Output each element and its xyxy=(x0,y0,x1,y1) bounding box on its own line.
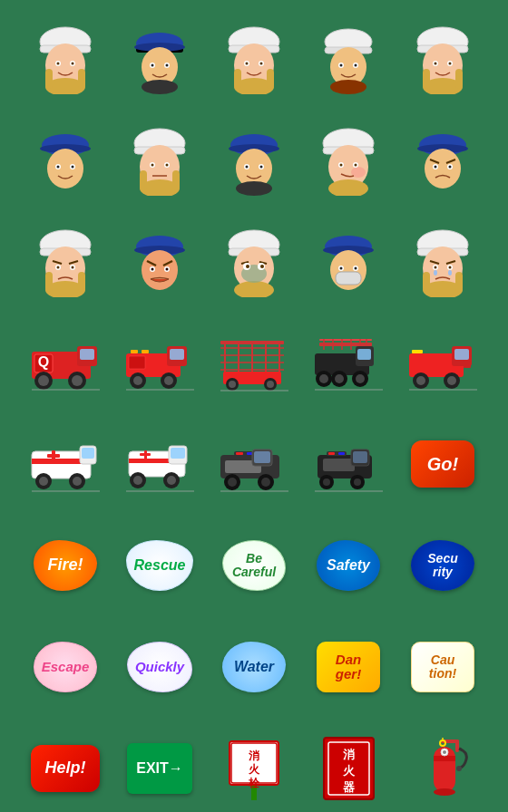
extinguisher-sign-cell[interactable]: 消 火 器 xyxy=(305,725,392,812)
fire-truck-q[interactable]: Q xyxy=(22,319,109,406)
svg-rect-172 xyxy=(319,343,372,346)
firefighter-face-7[interactable] xyxy=(116,116,203,203)
row-8-signs: Help! EXIT→ 消 火 栓 xyxy=(0,720,508,812)
ladder-truck-side[interactable] xyxy=(305,319,392,406)
firefighter-face-1[interactable] xyxy=(22,14,109,102)
svg-point-97 xyxy=(57,266,60,269)
row-6-stickers: Fire! Rescue Be Careful Safety Secu rity xyxy=(0,517,508,614)
svg-rect-59 xyxy=(172,170,180,190)
firefighter-face-4[interactable] xyxy=(305,14,392,102)
sticker-grid: Q xyxy=(0,0,508,812)
escape-sticker-cell[interactable]: Escape xyxy=(22,624,109,710)
water-badge[interactable]: Water xyxy=(222,642,286,692)
firefighter-face-8[interactable] xyxy=(210,116,298,203)
svg-point-170 xyxy=(267,381,274,388)
caution-badge[interactable]: Cau tion! xyxy=(411,642,474,692)
svg-point-152 xyxy=(133,376,142,385)
ambulance-side[interactable] xyxy=(22,420,109,508)
firefighter-face-10[interactable] xyxy=(399,116,486,203)
firefighter-face-scared[interactable] xyxy=(210,218,298,304)
quickly-badge[interactable]: Quickly xyxy=(127,642,192,692)
rescue-sticker-cell[interactable]: Rescue xyxy=(116,522,203,609)
svg-point-87 xyxy=(435,166,437,169)
row-5-ambulances: Go! xyxy=(0,415,508,513)
careful-text: Be Careful xyxy=(232,552,276,580)
help-sticker-cell[interactable]: Help! xyxy=(22,725,109,812)
svg-point-80 xyxy=(340,164,343,167)
svg-point-71 xyxy=(246,166,249,169)
svg-point-52 xyxy=(57,166,60,169)
svg-rect-41 xyxy=(423,69,430,89)
police-car-angle[interactable] xyxy=(305,420,392,508)
go-badge[interactable]: Go! xyxy=(411,440,474,488)
svg-point-113 xyxy=(246,265,249,268)
svg-point-242 xyxy=(323,478,330,486)
svg-rect-262 xyxy=(434,756,455,761)
svg-rect-24 xyxy=(267,69,274,89)
quickly-sticker-cell[interactable]: Quickly xyxy=(116,624,203,710)
safety-badge[interactable]: Safety xyxy=(317,540,380,591)
fire-engine-2[interactable] xyxy=(399,319,486,406)
svg-point-101 xyxy=(142,250,178,290)
svg-rect-216 xyxy=(144,450,147,459)
svg-rect-149 xyxy=(142,350,149,353)
firefighter-face-crying[interactable] xyxy=(399,218,486,304)
svg-rect-94 xyxy=(78,272,85,292)
svg-point-62 xyxy=(151,164,154,167)
svg-point-218 xyxy=(133,476,142,485)
svg-rect-228 xyxy=(254,451,270,463)
firefighter-face-sad-1[interactable] xyxy=(22,218,109,304)
svg-point-35 xyxy=(340,64,343,67)
careful-sticker-cell[interactable]: Be Careful xyxy=(210,522,298,609)
svg-rect-237 xyxy=(353,451,367,463)
fire-text: Fire! xyxy=(47,556,83,575)
ladder-truck-front[interactable] xyxy=(210,319,298,406)
danger-badge[interactable]: Dan ger! xyxy=(317,642,380,692)
svg-rect-239 xyxy=(328,452,335,455)
svg-rect-150 xyxy=(129,356,145,369)
firefighter-face-3[interactable] xyxy=(210,14,298,102)
firefighter-face-5[interactable] xyxy=(399,14,486,102)
water-sticker-cell[interactable]: Water xyxy=(210,624,298,710)
svg-point-98 xyxy=(72,266,74,269)
caution-sticker-cell[interactable]: Cau tion! xyxy=(399,624,486,710)
hydrant-sign-cell[interactable]: 消 火 栓 xyxy=(210,725,298,812)
svg-point-36 xyxy=(355,64,357,67)
fire-engine-side[interactable] xyxy=(116,319,203,406)
safety-sticker-cell[interactable]: Safety xyxy=(305,522,392,609)
svg-point-8 xyxy=(57,63,60,65)
police-car-side[interactable] xyxy=(210,420,298,508)
escape-badge[interactable]: Escape xyxy=(34,642,98,692)
exit-text: EXIT→ xyxy=(136,760,183,777)
svg-text:火: 火 xyxy=(341,764,355,778)
ambulance-angle[interactable] xyxy=(116,420,203,508)
svg-point-121 xyxy=(340,267,343,270)
svg-point-264 xyxy=(443,750,446,754)
svg-rect-93 xyxy=(45,272,53,292)
exit-badge[interactable]: EXIT→ xyxy=(127,743,192,794)
svg-rect-193 xyxy=(412,350,423,353)
security-badge[interactable]: Secu rity xyxy=(411,540,474,591)
svg-rect-182 xyxy=(357,349,371,360)
fire-badge[interactable]: Fire! xyxy=(34,540,97,591)
firefighter-face-angry[interactable] xyxy=(116,218,203,304)
go-sticker[interactable]: Go! xyxy=(399,420,486,508)
svg-point-188 xyxy=(356,374,365,383)
fire-extinguisher-cell[interactable] xyxy=(399,725,486,812)
exit-sticker-cell[interactable]: EXIT→ xyxy=(116,725,203,812)
firefighter-face-2[interactable] xyxy=(116,14,203,102)
firefighter-face-silent[interactable] xyxy=(305,218,392,304)
danger-sticker-cell[interactable]: Dan ger! xyxy=(305,624,392,710)
row-4-vehicles: Q xyxy=(0,314,508,411)
firefighter-face-9[interactable] xyxy=(305,116,392,203)
help-badge[interactable]: Help! xyxy=(31,745,100,792)
rescue-badge[interactable]: Rescue xyxy=(126,540,194,591)
fire-sticker-cell[interactable]: Fire! xyxy=(22,522,109,609)
svg-rect-118 xyxy=(336,272,361,285)
svg-text:消: 消 xyxy=(249,749,259,762)
firefighter-face-6[interactable] xyxy=(22,116,109,203)
security-text: Secu rity xyxy=(427,552,457,580)
svg-point-53 xyxy=(72,166,74,169)
careful-badge[interactable]: Be Careful xyxy=(222,540,286,591)
security-sticker-cell[interactable]: Secu rity xyxy=(399,522,486,609)
